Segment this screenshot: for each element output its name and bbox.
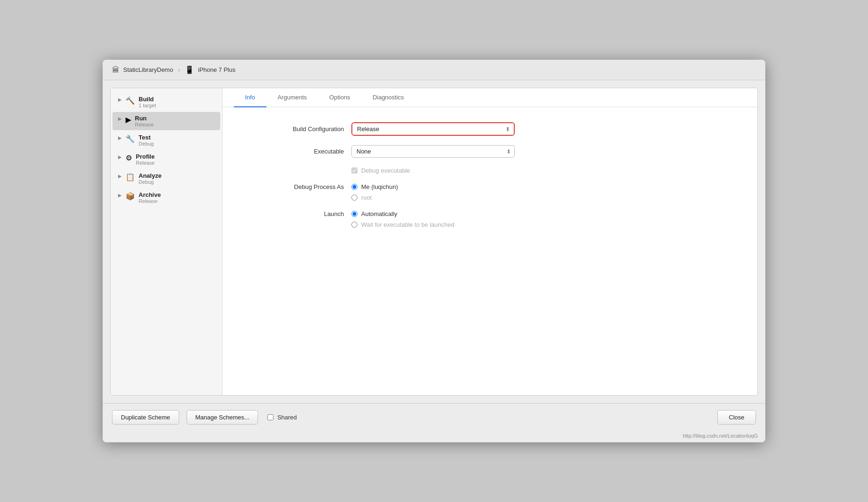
run-name: Run	[135, 115, 154, 122]
expand-arrow-profile: ▶	[118, 154, 122, 160]
watermark: http://blog.csdn.net/LocationluqG	[103, 431, 765, 442]
sidebar: ▶ 🔨 Build 1 target ▶ ▶ Run Release	[111, 88, 223, 395]
archive-sub: Release	[139, 198, 161, 204]
analyze-name: Analyze	[139, 172, 161, 179]
titlebar: 🏛 StaticLibraryDemo › 📱 iPhone 7 Plus	[103, 60, 765, 80]
debug-process-row: Debug Process As Me (luqichun) root	[251, 183, 729, 201]
archive-icon: 📦	[126, 192, 135, 201]
sidebar-item-test[interactable]: ▶ 🔧 Test Debug	[112, 131, 220, 149]
shared-label: Shared	[277, 414, 297, 421]
device-icon: 📱	[185, 65, 194, 74]
test-icon: 🔧	[126, 134, 135, 143]
debug-executable-checkbox[interactable]	[351, 167, 357, 174]
test-text: Test Debug	[139, 134, 154, 146]
test-name: Test	[139, 134, 154, 141]
duplicate-scheme-button[interactable]: Duplicate Scheme	[112, 410, 179, 425]
debug-process-me-row: Me (luqichun)	[351, 183, 398, 190]
run-text: Run Release	[135, 115, 154, 127]
tab-options[interactable]: Options	[318, 88, 362, 107]
launch-row: Launch Automatically Wait for executable…	[251, 210, 729, 228]
breadcrumb-sep: ›	[178, 66, 180, 74]
launch-wait-label: Wait for executable to be launched	[361, 221, 455, 228]
sidebar-item-archive[interactable]: ▶ 📦 Archive Release	[112, 188, 220, 207]
profile-icon: ⚙	[126, 153, 132, 162]
main-window: 🏛 StaticLibraryDemo › 📱 iPhone 7 Plus ▶ …	[103, 60, 765, 442]
expand-arrow-test: ▶	[118, 135, 122, 140]
launch-group: Automatically Wait for executable to be …	[351, 210, 455, 228]
sidebar-item-run[interactable]: ▶ ▶ Run Release	[112, 112, 220, 130]
debug-process-root-radio[interactable]	[351, 195, 357, 201]
analyze-text: Analyze Debug	[139, 172, 161, 185]
app-name: StaticLibraryDemo	[123, 66, 173, 73]
manage-schemes-button[interactable]: Manage Schemes...	[187, 410, 259, 425]
shared-row: Shared	[267, 414, 297, 421]
build-configuration-row: Build Configuration Debug Release ⬍	[251, 122, 729, 136]
executable-row: Executable None ⬍	[251, 145, 729, 158]
debug-executable-row: Debug executable	[351, 167, 729, 174]
tab-info[interactable]: Info	[234, 88, 266, 107]
test-sub: Debug	[139, 141, 154, 146]
launch-auto-row: Automatically	[351, 210, 455, 217]
expand-arrow-build: ▶	[118, 97, 122, 102]
build-icon: 🔨	[126, 96, 135, 105]
launch-auto-label: Automatically	[361, 210, 397, 217]
build-sub: 1 target	[139, 103, 156, 108]
build-text: Build 1 target	[139, 96, 156, 108]
archive-name: Archive	[139, 191, 161, 198]
tabs-bar: Info Arguments Options Diagnostics	[223, 88, 757, 107]
executable-select[interactable]: None	[351, 145, 515, 158]
build-configuration-label: Build Configuration	[251, 126, 344, 132]
close-button[interactable]: Close	[717, 410, 756, 425]
launch-auto-radio[interactable]	[351, 211, 357, 217]
device-name: iPhone 7 Plus	[198, 66, 235, 73]
debug-process-me-label: Me (luqichun)	[361, 183, 398, 190]
sidebar-item-build[interactable]: ▶ 🔨 Build 1 target	[112, 93, 220, 111]
executable-label: Executable	[251, 148, 344, 155]
analyze-sub: Debug	[139, 179, 161, 185]
debug-process-root-label: root	[361, 194, 371, 201]
profile-name: Profile	[136, 153, 154, 160]
tab-diagnostics[interactable]: Diagnostics	[361, 88, 415, 107]
debug-executable-label: Debug executable	[361, 167, 410, 174]
expand-arrow-analyze: ▶	[118, 174, 122, 179]
debug-process-label: Debug Process As	[251, 183, 344, 190]
inner-window: ▶ 🔨 Build 1 target ▶ ▶ Run Release	[110, 88, 758, 396]
bottom-bar: Duplicate Scheme Manage Schemes... Share…	[103, 403, 765, 431]
build-configuration-select[interactable]: Debug Release	[352, 123, 514, 135]
expand-arrow-run: ▶	[118, 116, 122, 121]
sidebar-item-analyze[interactable]: ▶ 📋 Analyze Debug	[112, 169, 220, 188]
executable-select-wrapper: None ⬍	[351, 145, 515, 158]
analyze-icon: 📋	[126, 173, 135, 181]
debug-process-me-radio[interactable]	[351, 184, 357, 190]
launch-wait-row: Wait for executable to be launched	[351, 221, 455, 228]
tab-arguments[interactable]: Arguments	[266, 88, 318, 107]
build-name: Build	[139, 96, 156, 103]
app-icon: 🏛	[112, 66, 119, 74]
expand-arrow-archive: ▶	[118, 193, 122, 198]
run-sub: Release	[135, 122, 154, 127]
profile-sub: Release	[136, 160, 154, 166]
sidebar-item-profile[interactable]: ▶ ⚙ Profile Release	[112, 150, 220, 168]
panel-content: Build Configuration Debug Release ⬍ Exec…	[223, 107, 757, 395]
archive-text: Archive Release	[139, 191, 161, 204]
profile-text: Profile Release	[136, 153, 154, 166]
main-content: ▶ 🔨 Build 1 target ▶ ▶ Run Release	[103, 80, 765, 403]
build-configuration-select-wrapper: Debug Release ⬍	[351, 122, 515, 136]
run-icon: ▶	[126, 115, 131, 124]
debug-process-root-row: root	[351, 194, 398, 201]
launch-wait-radio[interactable]	[351, 222, 357, 228]
debug-process-group: Me (luqichun) root	[351, 183, 398, 201]
right-panel: Info Arguments Options Diagnostics	[223, 88, 757, 395]
shared-checkbox[interactable]	[267, 414, 273, 420]
launch-label: Launch	[251, 210, 344, 217]
